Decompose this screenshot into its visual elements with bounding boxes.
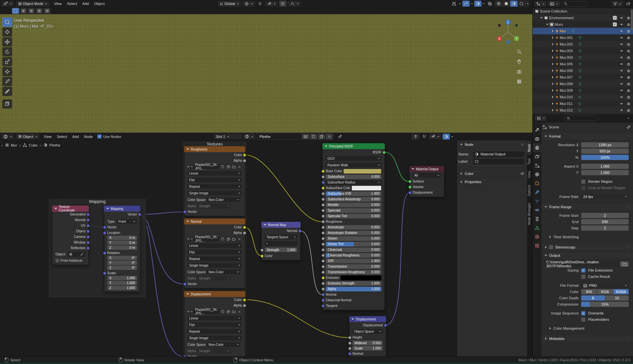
socket-vector[interactable] <box>86 241 90 244</box>
node-texture-coordinate[interactable]: Texture CoordinateGeneratedNormalUVObjec… <box>52 206 89 265</box>
node-slider[interactable]: Subsurface0.000 <box>326 175 382 179</box>
properties-tab-world[interactable] <box>533 170 542 179</box>
socket-vector[interactable] <box>86 247 90 250</box>
menu-view[interactable]: View <box>51 0 64 7</box>
outliner-row-mur-008[interactable]: ▼Mur.008▽ <box>533 81 633 87</box>
outliner-row-mur-012[interactable]: ▼Mur.012▽ <box>533 107 633 114</box>
node-dropdown[interactable]: Linear <box>187 171 242 176</box>
panel-frame-range[interactable]: Frame Range:::: <box>542 203 633 211</box>
unlink-image-button[interactable] <box>237 164 242 169</box>
checkbox-render-region[interactable] <box>581 180 585 184</box>
color-space-dropdown[interactable]: Non-Color <box>207 342 241 347</box>
socket-vector[interactable] <box>103 231 106 235</box>
shading-wireframe-button[interactable] <box>495 1 502 7</box>
disable-render-toggle[interactable] <box>626 69 631 73</box>
socket-color[interactable] <box>243 153 246 157</box>
sidebar-tab-node[interactable]: Node <box>527 141 531 155</box>
node-name-field[interactable]: Material Output <box>473 151 524 157</box>
subpanel-color-management[interactable]: Color Management <box>542 325 629 331</box>
mode-selector[interactable]: Object Mode <box>16 1 49 7</box>
vector-field[interactable]: Y1.000 <box>107 281 137 285</box>
transform-orientation-selector[interactable]: Global <box>218 1 241 7</box>
prop-field[interactable]: 1.000 <box>581 170 629 175</box>
socket-float[interactable] <box>260 248 264 252</box>
socket-float[interactable] <box>321 243 325 246</box>
segment-rgb[interactable]: RGB <box>597 289 613 294</box>
socket-vector[interactable] <box>408 191 412 194</box>
select-mode-intersect[interactable] <box>44 8 51 14</box>
tool-rotate[interactable] <box>2 47 12 56</box>
socket-float[interactable] <box>321 282 325 285</box>
output-path-field[interactable]: C:\Users\guill\OneDrive...imation 3D\TP3… <box>544 261 619 267</box>
expand-icon[interactable] <box>552 43 555 46</box>
hide-eye-toggle[interactable] <box>619 76 624 79</box>
exclude-checkbox[interactable]: ✓ <box>613 22 617 26</box>
proportional-editing-toggle[interactable] <box>279 1 286 7</box>
disable-render-toggle[interactable] <box>626 49 631 53</box>
nav-pan-hand-button[interactable] <box>514 57 524 66</box>
properties-tab-particles[interactable] <box>533 197 542 206</box>
node-dropdown[interactable]: Single Image <box>187 191 242 195</box>
panel-output[interactable]: Output:::: <box>542 251 633 259</box>
hide-eye-toggle[interactable] <box>619 29 624 33</box>
disable-render-toggle[interactable] <box>626 16 631 20</box>
new-material-button[interactable] <box>318 134 325 140</box>
hide-eye-toggle[interactable] <box>619 56 624 59</box>
socket-vector[interactable] <box>183 210 186 214</box>
eyedropper-icon[interactable] <box>80 252 84 256</box>
node-slider[interactable]: Transmission0.000 <box>326 264 382 269</box>
node-dropdown[interactable]: Random Walk <box>326 163 382 167</box>
type-dropdown[interactable]: Point <box>117 219 137 224</box>
node-dropdown[interactable]: Flat <box>187 322 242 327</box>
fake-user-button[interactable] <box>220 164 225 169</box>
panel-format[interactable]: Format:::: <box>542 132 633 140</box>
hide-eye-toggle[interactable] <box>619 82 624 85</box>
prop-slider[interactable]: 100% <box>581 155 629 160</box>
from-instancer-checkbox[interactable] <box>55 259 59 262</box>
vector-field[interactable]: Z1.000 <box>107 286 137 290</box>
prop-dropdown[interactable]: 24 fps <box>581 194 629 199</box>
node-image-texture-displacement[interactable]: DisplacementColorAlphaPlaster001_2K-JPG.… <box>184 291 245 356</box>
editor-type-selector[interactable] <box>535 116 547 121</box>
prop-field[interactable]: 1280 px <box>581 142 629 148</box>
color-space-dropdown[interactable]: Non-Color <box>207 270 241 274</box>
users-count-button[interactable]: 52 <box>302 134 309 139</box>
node-dropdown[interactable]: Single Image <box>187 336 242 340</box>
node-slider[interactable]: Metallic0.000 <box>326 203 382 207</box>
expand-icon[interactable] <box>552 96 555 98</box>
nav-toggle-ortho-button[interactable] <box>514 77 524 86</box>
node-material-output[interactable]: Material OutputAllSurfaceVolumeDisplacem… <box>409 166 444 197</box>
outliner-row-mur-005[interactable]: ▼Mur.005▽ <box>533 61 633 67</box>
snap-settings[interactable] <box>429 134 441 139</box>
expand-icon[interactable] <box>552 50 555 52</box>
breadcrumb-scene[interactable]: Scene <box>542 125 559 129</box>
prop-field[interactable]: 920 px <box>581 149 629 154</box>
socket-shader[interactable] <box>408 185 412 189</box>
breadcrumb-item[interactable]: Mur <box>5 143 17 147</box>
socket-float[interactable] <box>321 175 325 179</box>
node-dropdown[interactable]: Flat <box>187 250 242 254</box>
socket-vector[interactable] <box>86 230 90 233</box>
node-dropdown[interactable]: Flat <box>187 178 242 182</box>
node-header[interactable]: Normal <box>184 218 245 224</box>
properties-tab-data[interactable] <box>533 223 542 232</box>
disable-render-toggle[interactable] <box>626 82 631 86</box>
socket-color[interactable] <box>243 298 246 302</box>
expand-icon[interactable] <box>552 36 555 39</box>
subpanel-time-stretching[interactable]: Time Stretching <box>542 234 629 240</box>
tool-transform[interactable] <box>2 67 12 76</box>
disable-render-toggle[interactable] <box>626 89 631 92</box>
image-browser[interactable] <box>187 164 193 169</box>
disable-render-toggle[interactable] <box>626 62 631 66</box>
node-slider[interactable]: Subsurface Anisotropy0.000 <box>326 197 382 202</box>
socket-float[interactable] <box>321 215 325 218</box>
open-folder-button[interactable] <box>620 261 629 267</box>
properties-tab-scene[interactable] <box>533 161 542 170</box>
socket-float[interactable] <box>321 231 325 235</box>
node-header[interactable]: Roughness <box>184 146 245 152</box>
socket-vector[interactable] <box>103 226 106 229</box>
sidebar-tab-view[interactable]: View <box>527 168 531 181</box>
alpha-dropdown[interactable]: Straight <box>197 348 231 353</box>
nav-camera-view-button[interactable] <box>514 67 524 76</box>
disable-render-toggle[interactable] <box>626 36 631 40</box>
